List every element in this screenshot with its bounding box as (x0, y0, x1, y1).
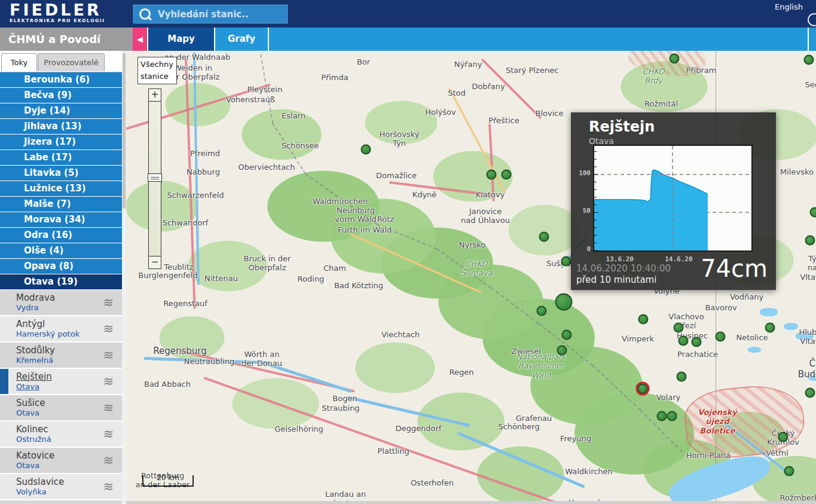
station-list: ModravaVydra≋AntýglHamerský potok≋Stodůl… (0, 290, 122, 504)
sidebar-item-river[interactable]: Lužnice (13) (0, 181, 122, 197)
station-river: Hamerský potok (16, 329, 80, 339)
sidebar-item-river[interactable]: Olše (4) (0, 243, 122, 259)
tab-provozovatele[interactable]: Provozovatelé (38, 53, 105, 71)
waves-icon: ≋ (103, 374, 114, 389)
station-dot[interactable] (557, 346, 567, 356)
sidebar-scrollbar[interactable] (122, 51, 126, 504)
station-text: ModravaVydra (16, 292, 55, 313)
sidebar-item-river[interactable]: Otava (19) (0, 274, 122, 290)
sidebar-item-river[interactable]: Bečva (9) (0, 88, 122, 103)
river-danube (347, 396, 470, 427)
station-dot[interactable] (716, 332, 726, 342)
search-input[interactable] (157, 8, 289, 20)
station-dot[interactable] (679, 336, 689, 346)
logo-subtitle: ELEKTRONIKA PRO EKOLOGII (10, 18, 105, 23)
sidebar-item-river[interactable]: Labe (17) (0, 150, 122, 166)
map-place-label: Bad Abbach (144, 380, 191, 389)
station-dot[interactable] (805, 388, 815, 398)
map-place-label: Eslarn (282, 111, 305, 120)
scrollbar-thumb[interactable] (123, 53, 126, 209)
tab-grafy[interactable]: Grafy (215, 28, 269, 51)
all-stations-button[interactable]: Všechny stanice (137, 57, 177, 84)
chart-y-tick-label: 50 (572, 207, 591, 215)
map-scale-bar: 20 km (142, 475, 194, 487)
river-danube (457, 432, 585, 488)
sidebar-item-river[interactable]: Morava (34) (0, 212, 122, 228)
station-dot[interactable] (561, 256, 571, 267)
station-dot[interactable] (638, 314, 649, 325)
waves-icon: ≋ (103, 453, 114, 468)
station-dot[interactable] (539, 232, 549, 242)
map-place-label: Burglengenfeld (138, 271, 197, 280)
sidebar-item-river[interactable]: Litavka (5) (0, 166, 122, 181)
toolbar: ČHMÚ a Povodí ◀ Mapy Grafy (0, 28, 816, 51)
zoom-in-button[interactable]: + (149, 89, 161, 102)
sidebar-item-station[interactable]: StodůlkyKřemelná≋ (0, 343, 122, 369)
map-place-label: Starý Plzenec (506, 66, 558, 75)
station-dot[interactable] (562, 330, 572, 340)
sidebar-item-station[interactable]: KolinecOstružná≋ (0, 421, 122, 448)
fiedler-logo[interactable]: FIEDLER ELEKTRONIKA PRO EKOLOGII (10, 2, 105, 23)
country-border (377, 224, 438, 249)
chart-y-tick-label: 100 (572, 169, 591, 177)
station-dot[interactable] (502, 170, 512, 180)
tab-toky[interactable]: Toky (1, 53, 37, 71)
station-dot[interactable] (677, 372, 687, 382)
station-dot[interactable] (692, 337, 702, 347)
sidebar-item-station[interactable]: SudslaviceVolyňka≋ (0, 474, 122, 500)
station-dot[interactable] (784, 466, 794, 476)
chart-y-tick-label: 0 (572, 245, 591, 253)
map-place-label: Netolice (736, 333, 768, 342)
map-place-label: Milevsko (780, 167, 814, 176)
station-dot[interactable] (778, 432, 789, 442)
map-place-label: Osterhofen (411, 478, 454, 487)
map-place-label: Schwandorf (163, 218, 209, 227)
station-dot[interactable] (674, 323, 684, 333)
sidebar-item-river[interactable]: Jizera (17) (0, 135, 122, 150)
zoom-out-button[interactable]: − (149, 256, 161, 268)
sidebar-item-river[interactable]: Berounka (6) (0, 72, 122, 88)
pond (784, 323, 798, 330)
sidebar-item-station[interactable]: SušiceOtava≋ (0, 395, 122, 421)
road-segment (350, 233, 481, 293)
station-dot[interactable] (670, 54, 680, 64)
station-dot[interactable] (555, 294, 573, 311)
sidebar-item-river[interactable]: Opava (8) (0, 259, 122, 274)
road-segment (203, 377, 565, 504)
map-place-label: Prachatice (677, 350, 718, 359)
sidebar-tabs: Toky Provozovatelé (0, 51, 122, 72)
station-dot[interactable] (487, 170, 497, 180)
station-dot[interactable] (361, 145, 371, 155)
sidebar-item-river[interactable]: Odra (16) (0, 228, 122, 243)
sidebar-item-station[interactable]: AntýglHamerský potok≋ (0, 316, 122, 343)
station-dot[interactable] (804, 55, 814, 65)
station-dot[interactable] (657, 411, 667, 421)
sidebar-item-river[interactable]: Dyje (14) (0, 103, 122, 119)
station-dot[interactable] (537, 306, 547, 316)
station-dot[interactable] (805, 236, 815, 246)
sidebar-item-river[interactable]: Malše (7) (0, 197, 122, 212)
map-place-label: Dobřany (472, 82, 505, 91)
tab-mapy[interactable]: Mapy (148, 28, 215, 51)
station-dot[interactable] (638, 384, 648, 394)
sidebar-item-station[interactable]: Bohumilice≋ (0, 500, 122, 504)
station-dot[interactable] (667, 411, 677, 421)
sidebar-item-station[interactable]: ModravaVydra≋ (0, 290, 122, 316)
sidebar-item-station[interactable]: RejštejnOtava≋ (0, 369, 122, 395)
collapse-sidebar-button[interactable]: ◀ (133, 28, 148, 51)
river-naab (193, 52, 200, 285)
waves-icon: ≋ (103, 348, 114, 362)
zoom-slider[interactable]: + − (148, 88, 161, 269)
sidebar-item-station[interactable]: KatoviceOtava≋ (0, 448, 122, 474)
station-dot[interactable] (765, 323, 775, 333)
chart-frame (593, 145, 753, 252)
station-name: Katovice (16, 450, 54, 462)
map-canvas[interactable]: an der WaldnaabWeiden in der OberpfalzPl… (126, 51, 816, 504)
zoom-slider-handle[interactable] (148, 173, 162, 182)
sidebar-item-river[interactable]: Jihlava (13) (0, 119, 122, 135)
language-link[interactable]: English (775, 2, 803, 11)
popup-current-value: 74cm (701, 255, 768, 282)
map-place-label: Bor (357, 57, 370, 66)
waves-icon: ≋ (103, 295, 114, 310)
station-dot[interactable] (810, 207, 816, 218)
